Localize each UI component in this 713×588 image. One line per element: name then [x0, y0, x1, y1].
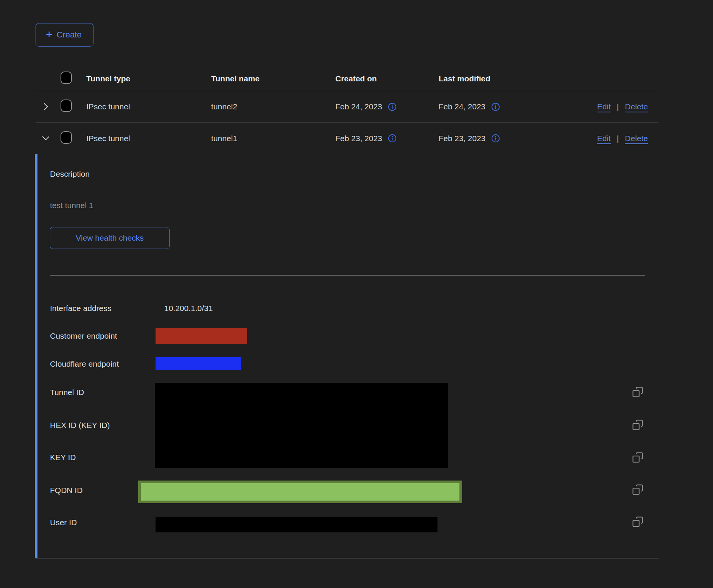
last-modified-info-button[interactable]	[491, 102, 500, 112]
row-checkbox[interactable]	[61, 131, 72, 144]
created-on-value: Feb 24, 2023	[335, 102, 382, 111]
copy-icon	[632, 419, 643, 431]
redacted-fqdn-id	[138, 481, 462, 503]
copy-icon	[632, 484, 643, 495]
create-button[interactable]: + Create	[36, 23, 93, 47]
tunnel-name-cell: tunnel1	[211, 134, 335, 143]
row-actions-cell: Edit | Delete	[541, 134, 659, 143]
tunnel-id-label: Tunnel ID	[50, 387, 84, 397]
row-actions-cell: Edit | Delete	[541, 102, 659, 111]
copy-key-id-button[interactable]	[631, 451, 644, 464]
tunnel-type-cell: IPsec tunnel	[86, 134, 211, 143]
tunnel-name-cell: tunnel2	[211, 102, 335, 111]
redacted-customer-endpoint	[156, 328, 247, 344]
collapse-row-button[interactable]	[39, 132, 52, 145]
header-checkbox-cell	[61, 72, 86, 86]
delete-link[interactable]: Delete	[625, 134, 648, 143]
last-modified-value: Feb 24, 2023	[439, 102, 486, 111]
table-row: IPsec tunnel tunnel1 Feb 23, 2023 Feb 23…	[36, 123, 659, 154]
last-modified-cell: Feb 24, 2023	[439, 102, 541, 112]
column-header-last-modified: Last modified	[439, 74, 541, 83]
plus-icon: +	[46, 29, 53, 40]
cloudflare-endpoint-label: Cloudflare endpoint	[50, 359, 119, 369]
tunnels-table: Tunnel type Tunnel name Created on Last …	[36, 66, 659, 558]
table-header-row: Tunnel type Tunnel name Created on Last …	[36, 66, 659, 91]
row-checkbox[interactable]	[61, 100, 72, 112]
created-on-info-button[interactable]	[388, 134, 397, 143]
tunnels-page: + Create Tunnel type Tunnel name Created…	[0, 0, 713, 588]
hex-id-label: HEX ID (KEY ID)	[50, 420, 110, 430]
key-id-label: KEY ID	[50, 453, 76, 462]
copy-hex-id-button[interactable]	[631, 418, 644, 431]
create-button-label: Create	[57, 30, 82, 40]
last-modified-info-button[interactable]	[491, 134, 500, 143]
interface-address-label: Interface address	[50, 303, 111, 313]
interface-address-value: 10.200.1.0/31	[164, 303, 213, 313]
created-on-cell: Feb 23, 2023	[335, 134, 439, 143]
tunnel-type-cell: IPsec tunnel	[86, 102, 211, 111]
chevron-right-icon	[41, 102, 51, 112]
created-on-value: Feb 23, 2023	[335, 134, 382, 143]
action-separator: |	[617, 102, 619, 111]
select-all-checkbox[interactable]	[61, 72, 72, 84]
redacted-cloudflare-endpoint	[156, 357, 241, 370]
info-icon	[491, 102, 500, 112]
copy-icon	[632, 452, 643, 463]
info-icon	[388, 134, 397, 143]
copy-fqdn-id-button[interactable]	[631, 483, 644, 496]
expand-indicator-bar	[35, 154, 37, 558]
column-header-created-on: Created on	[335, 74, 439, 83]
column-header-tunnel-name: Tunnel name	[211, 74, 335, 83]
customer-endpoint-label: Customer endpoint	[50, 331, 117, 341]
info-icon	[388, 102, 397, 112]
table-row: IPsec tunnel tunnel2 Feb 24, 2023 Feb 24…	[36, 91, 659, 123]
description-value: test tunnel 1	[50, 201, 93, 210]
view-health-checks-button[interactable]: View health checks	[50, 227, 170, 249]
copy-user-id-button[interactable]	[631, 515, 644, 528]
column-header-tunnel-type: Tunnel type	[86, 74, 211, 83]
edit-link[interactable]: Edit	[597, 102, 611, 111]
info-icon	[491, 134, 500, 143]
created-on-info-button[interactable]	[388, 102, 397, 112]
created-on-cell: Feb 24, 2023	[335, 102, 439, 112]
redacted-user-id	[156, 517, 437, 532]
last-modified-value: Feb 23, 2023	[439, 134, 486, 143]
user-id-label: User ID	[50, 518, 77, 527]
description-label: Description	[50, 169, 90, 179]
action-separator: |	[617, 134, 619, 143]
copy-tunnel-id-button[interactable]	[631, 386, 644, 398]
delete-link[interactable]: Delete	[625, 102, 648, 111]
redacted-tunnel-hex-key-ids	[155, 383, 448, 468]
chevron-down-icon	[41, 133, 51, 143]
copy-icon	[632, 386, 643, 398]
expand-row-button[interactable]	[39, 100, 52, 113]
last-modified-cell: Feb 23, 2023	[439, 134, 541, 143]
expanded-tunnel-panel: Description test tunnel 1 View health ch…	[36, 154, 659, 558]
edit-link[interactable]: Edit	[597, 134, 611, 143]
section-divider	[50, 275, 645, 275]
fqdn-id-label: FQDN ID	[50, 485, 83, 495]
copy-icon	[632, 516, 643, 527]
